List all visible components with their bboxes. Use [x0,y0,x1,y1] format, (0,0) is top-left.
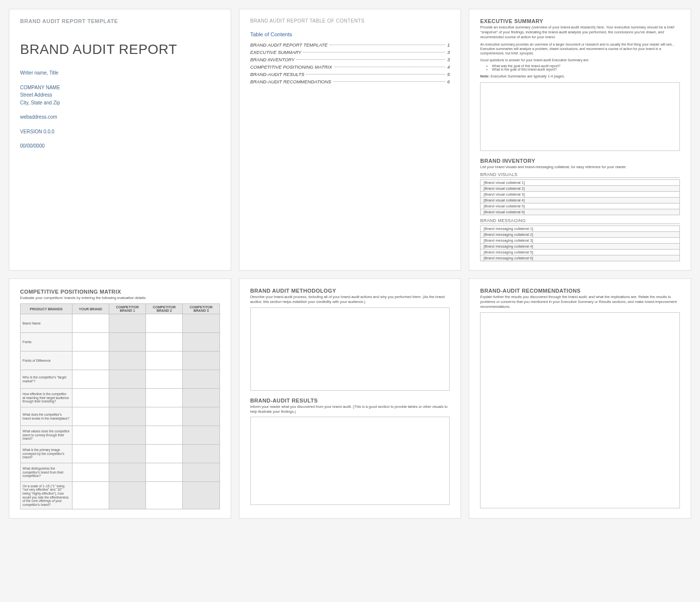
exec-bullet: What is the goal of this brand-audit rep… [492,68,680,71]
cover-meta: Writer name, Title COMPANY NAME Street A… [20,69,220,150]
table-row: Points [21,333,220,351]
list-item: [Brand visual collateral 4] [480,198,680,203]
page-6-recommendations: BRAND-AUDIT RECOMMENDATIONS Explain furt… [469,278,691,519]
exec-note: Note: Executive Summaries are typically … [480,74,680,78]
city-state-zip: City, State and Zip [20,99,220,107]
list-item: [Brand messaging collateral 3] [480,238,680,244]
toc-header: BRAND AUDIT REPORT TABLE OF CONTENTS [250,18,450,24]
writer-line: Writer name, Title [20,69,220,77]
col-comp2: COMPETITOR BRAND 2 [146,304,183,314]
exec-questions-intro: Good questions to answer for your brand-… [480,58,680,62]
results-title: BRAND-AUDIT RESULTS [250,398,450,403]
toc-item: COMPETITIVE POSITIONING MATRIX4 [250,64,450,70]
company-name: COMPANY NAME [20,84,220,92]
matrix-table: PRODUCT BRANDS YOUR BRAND COMPETITOR BRA… [20,303,220,509]
list-item: [Brand messaging collateral 2] [480,232,680,238]
list-item: [Brand visual collateral 1] [480,180,680,186]
recommendations-box [480,312,680,508]
exec-summary-para: An executive summary provides an overvie… [480,42,680,55]
brand-visuals-title: BRAND VISUALS [480,172,680,178]
list-item: [Brand messaging collateral 1] [480,226,680,232]
brand-messaging-title: BRAND MESSAGING [480,218,680,224]
recommendations-title: BRAND-AUDIT RECOMMENDATIONS [480,288,680,294]
page-2-toc: BRAND AUDIT REPORT TABLE OF CONTENTS Tab… [239,9,461,271]
list-item: [Brand visual collateral 2] [480,186,680,192]
exec-summary-box [480,82,680,151]
list-item: [Brand visual collateral 6] [480,209,680,215]
list-item: [Brand messaging collateral 5] [480,250,680,255]
results-sub: Inform your reader what you discovered f… [250,404,450,414]
table-row: Who is the competitor's "target market"? [21,370,220,389]
page-1-cover: BRAND AUDIT REPORT TEMPLATE BRAND AUDIT … [9,9,231,271]
table-row: What distinguishes the competitor's bran… [21,463,220,482]
matrix-title: COMPETITIVE POSITIONING MATRIX [20,289,220,295]
table-row: What does the competitor's brand evoke i… [21,407,220,426]
exec-bullets: What was the goal of this brand-audit re… [480,64,680,71]
web-address: webaddress.com [20,113,220,121]
table-row: How effective is the competitor at reach… [21,389,220,407]
col-product-brands: PRODUCT BRANDS [21,304,72,314]
recommendations-sub: Explain further the results you discover… [480,295,680,309]
brand-inventory-sub: List your brand visuals and brand-messag… [480,165,680,170]
toc-item: BRAND-AUDIT RECOMMENDATIONS6 [250,79,450,84]
toc-item: BRAND INVENTORY3 [250,57,450,62]
page-5-methodology-results: BRAND AUDIT METHODOLOGY Describe your br… [239,278,461,519]
toc-item: EXECUTIVE SUMMARY3 [250,50,450,55]
version-line: VERSION 0.0.0 [20,128,220,136]
exec-summary-title: EXECUTIVE SUMMARY [480,18,680,24]
template-header: BRAND AUDIT REPORT TEMPLATE [20,18,220,24]
list-item: [Brand messaging collateral 6] [480,255,680,261]
street-address: Street Address [20,91,220,99]
page-4-matrix: COMPETITIVE POSITIONING MATRIX Evaluate … [9,278,231,519]
toc-title: Table of Contents [250,31,450,37]
date-line: 00/00/0000 [20,142,220,150]
list-item: [Brand visual collateral 3] [480,192,680,198]
brand-visuals-table: [Brand visual collateral 1] [Brand visua… [480,179,680,215]
methodology-title: BRAND AUDIT METHODOLOGY [250,288,450,294]
list-item: [Brand messaging collateral 4] [480,244,680,250]
results-box [250,417,450,505]
list-item: [Brand visual collateral 5] [480,203,680,209]
brand-messaging-table: [Brand messaging collateral 1] [Brand me… [480,226,680,261]
table-row: Points of Difference [21,351,220,370]
table-row: On a scale of 1–10 ("1" being "not very … [21,482,220,509]
brand-inventory-title: BRAND INVENTORY [480,158,680,164]
toc-item: BRAND AUDIT REPORT TEMPLATE1 [250,42,450,48]
table-header-row: PRODUCT BRANDS YOUR BRAND COMPETITOR BRA… [21,304,220,314]
matrix-sub: Evaluate your competitors' brands by ent… [20,296,220,301]
page-3-exec-inventory: EXECUTIVE SUMMARY Provide an executive s… [469,9,691,271]
exec-bullet: What was the goal of this brand-audit re… [492,64,680,68]
table-row: What is the primary image conveyed by th… [21,445,220,463]
table-row: What values does the competitor seem to … [21,426,220,445]
company-block: COMPANY NAME Street Address City, State … [20,84,220,107]
methodology-box [250,307,450,391]
col-comp1: COMPETITOR BRAND 1 [109,304,145,314]
table-row: Brand Name [21,314,220,333]
col-your-brand: YOUR BRAND [72,304,109,314]
report-title: BRAND AUDIT REPORT [20,42,220,57]
toc-item: BRAND-AUDIT RESULTS5 [250,72,450,77]
toc-list: BRAND AUDIT REPORT TEMPLATE1 EXECUTIVE S… [250,42,450,84]
methodology-sub: Describe your brand-audit process, inclu… [250,295,450,304]
exec-summary-sub: Provide an executive summary (overview o… [480,25,680,39]
col-comp3: COMPETITOR BRAND 3 [183,304,219,314]
